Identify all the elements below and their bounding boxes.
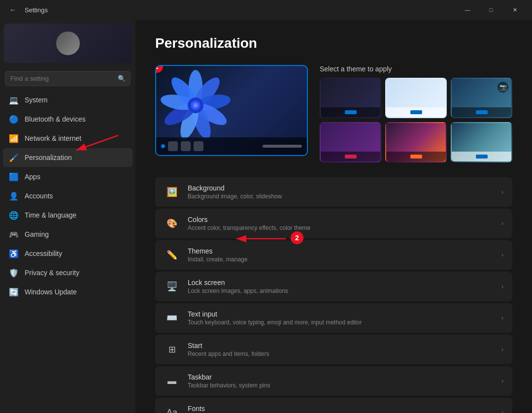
- chevron-right-icon: ›: [501, 378, 503, 384]
- annotation-2: 2: [291, 231, 303, 244]
- theme-option-nature[interactable]: [451, 122, 512, 162]
- window-controls: — □ ✕: [456, 2, 526, 18]
- sidebar-item-time[interactable]: 🌐 Time & language: [3, 206, 133, 224]
- settings-item-themes[interactable]: ✏️ Themes Install, create, manage ›: [155, 240, 512, 270]
- lock-screen-desc: Lock screen images, apps, animations: [188, 287, 494, 294]
- titlebar: ← Settings — □ ✕: [0, 0, 532, 20]
- start-title: Start: [188, 342, 494, 349]
- maximize-button[interactable]: □: [480, 2, 502, 18]
- taskbar-start-dot: [161, 144, 165, 148]
- sidebar-item-label: Gaming: [25, 230, 49, 238]
- theme-option-colorful[interactable]: [385, 122, 447, 162]
- search-box: 🔍: [5, 71, 131, 86]
- personalization-icon: 🖌️: [9, 153, 19, 162]
- theme-option-light[interactable]: [385, 78, 447, 118]
- back-button[interactable]: ←: [6, 3, 20, 17]
- sidebar-item-gaming[interactable]: 🎮 Gaming: [3, 225, 133, 244]
- chevron-right-icon: ›: [501, 315, 503, 321]
- sidebar-item-accounts[interactable]: 👤 Accounts: [3, 187, 133, 205]
- background-title: Background: [188, 184, 494, 192]
- themes-icon: ✏️: [164, 247, 180, 263]
- themes-desc: Install, create, manage: [188, 256, 494, 263]
- accessibility-icon: ♿: [9, 249, 19, 258]
- sidebar-item-bluetooth[interactable]: 🔵 Bluetooth & devices: [3, 110, 133, 128]
- settings-item-start[interactable]: ⊞ Start Recent apps and items, folders ›: [155, 335, 512, 364]
- main-layout: 🔍 💻 System 🔵 Bluetooth & devices 📶 Netwo…: [0, 20, 532, 413]
- settings-item-lock-screen[interactable]: 🖥️ Lock screen Lock screen images, apps,…: [155, 272, 512, 301]
- chevron-right-icon: ›: [501, 252, 503, 258]
- sidebar-item-personalization[interactable]: 🖌️ Personalization: [3, 148, 133, 167]
- settings-item-background[interactable]: 🖼️ Background Background image, color, s…: [155, 177, 512, 207]
- chevron-right-icon: ›: [501, 409, 503, 413]
- theme-grid-area: Select a theme to apply: [320, 65, 512, 162]
- close-button[interactable]: ✕: [503, 2, 526, 18]
- theme-option-purple[interactable]: [320, 122, 381, 162]
- page-title: Personalization: [155, 35, 512, 51]
- theme-select-label: Select a theme to apply: [320, 65, 512, 73]
- themes-text: Themes Install, create, manage: [188, 247, 494, 263]
- theme-thumb-bar-btn: [410, 110, 422, 114]
- sidebar-item-accessibility[interactable]: ♿ Accessibility: [3, 244, 133, 263]
- taskbar-text: Taskbar Taskbar behaviors, system pins: [188, 373, 494, 389]
- sidebar-item-apps[interactable]: 🟦 Apps: [3, 167, 133, 186]
- chevron-right-icon: ›: [501, 283, 503, 290]
- fonts-text: Fonts Install, manage: [188, 405, 494, 413]
- theme-thumb-bar-btn: [345, 155, 357, 159]
- sidebar-item-label: System: [25, 96, 48, 104]
- taskbar-icon: [194, 141, 203, 151]
- theme-option-dark[interactable]: [320, 78, 381, 118]
- taskbar-icon: ▬: [164, 373, 180, 389]
- system-icon: 💻: [9, 95, 19, 105]
- theme-taskbar: [156, 137, 307, 155]
- lock-screen-text: Lock screen Lock screen images, apps, an…: [188, 279, 494, 294]
- start-icon: ⊞: [164, 342, 180, 357]
- current-theme-preview[interactable]: 1: [155, 65, 308, 156]
- svg-point-11: [193, 103, 198, 108]
- settings-item-text-input[interactable]: ⌨️ Text input Touch keyboard, voice typi…: [155, 303, 512, 333]
- network-icon: 📶: [9, 133, 19, 143]
- settings-list: 🖼️ Background Background image, color, s…: [155, 177, 512, 413]
- minimize-button[interactable]: —: [456, 2, 479, 18]
- theme-thumb-bar-btn: [476, 110, 488, 114]
- sidebar-item-privacy[interactable]: 🛡️ Privacy & security: [3, 263, 133, 282]
- sidebar-item-windows-update[interactable]: 🔄 Windows Update: [3, 283, 133, 301]
- settings-item-fonts[interactable]: Aa Fonts Install, manage ›: [155, 398, 512, 413]
- chevron-right-icon: ›: [501, 346, 503, 353]
- theme-option-gallery[interactable]: 📷: [451, 78, 512, 118]
- theme-thumb-bar-btn: [476, 155, 488, 159]
- start-desc: Recent apps and items, folders: [188, 350, 494, 357]
- sidebar-item-label: Accounts: [25, 192, 53, 200]
- accounts-icon: 👤: [9, 191, 19, 201]
- background-icon: 🖼️: [164, 184, 180, 200]
- user-avatar-area: [4, 24, 132, 63]
- text-input-icon: ⌨️: [164, 310, 180, 326]
- settings-item-colors[interactable]: 🎨 Colors Accent color, transparency effe…: [155, 209, 512, 238]
- colors-desc: Accent color, transparency effects, colo…: [188, 224, 494, 231]
- colors-text: Colors Accent color, transparency effect…: [188, 216, 494, 231]
- bluetooth-icon: 🔵: [9, 114, 19, 124]
- sidebar-item-label: Bluetooth & devices: [25, 115, 86, 123]
- camera-icon: 📷: [498, 82, 508, 93]
- sidebar-item-label: Network & internet: [25, 134, 81, 142]
- privacy-icon: 🛡️: [9, 268, 19, 278]
- theme-section: 1: [155, 65, 512, 162]
- gaming-icon: 🎮: [9, 229, 19, 239]
- lock-screen-icon: 🖥️: [164, 279, 180, 294]
- search-icon: 🔍: [118, 75, 126, 82]
- colors-icon: 🎨: [164, 216, 180, 231]
- chevron-right-icon: ›: [501, 189, 503, 195]
- sidebar-item-label: Accessibility: [25, 250, 62, 257]
- taskbar-icon: [181, 141, 191, 151]
- sidebar-item-system[interactable]: 💻 System: [3, 91, 133, 109]
- settings-item-taskbar[interactable]: ▬ Taskbar Taskbar behaviors, system pins…: [155, 366, 512, 396]
- titlebar-left: ← Settings: [6, 3, 456, 17]
- taskbar-icon: [168, 141, 178, 151]
- sidebar-item-network[interactable]: 📶 Network & internet: [3, 129, 133, 148]
- search-input[interactable]: [5, 71, 131, 86]
- content-area: Personalization 1: [135, 20, 532, 413]
- theme-grid: 📷: [320, 78, 512, 162]
- themes-title: Themes: [188, 247, 494, 255]
- lock-screen-title: Lock screen: [188, 279, 494, 286]
- nav-items-container: 💻 System 🔵 Bluetooth & devices 📶 Network…: [0, 90, 135, 302]
- colors-title: Colors: [188, 216, 494, 223]
